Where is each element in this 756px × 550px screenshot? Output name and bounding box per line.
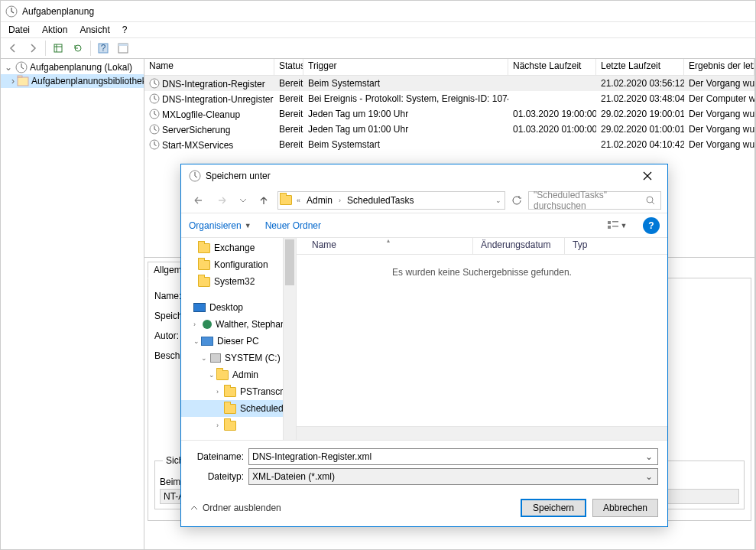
folder-tree[interactable]: Exchange Konfiguration System32 Desktop … <box>181 238 284 440</box>
search-input[interactable]: "ScheduledTasks" durchsuchen <box>528 191 661 210</box>
col-last[interactable]: Letzte Laufzeit <box>596 59 684 75</box>
task-row[interactable]: Start-MXServicesBereitBeim Systemstart21… <box>144 137 754 152</box>
file-headers[interactable]: Name Änderungsdatum Typ <box>297 238 667 255</box>
organize-button[interactable]: Organisieren ▼ <box>189 220 251 231</box>
file-area: Name Änderungsdatum Typ Es wurden keine … <box>297 238 667 440</box>
menu-help[interactable]: ? <box>118 23 132 37</box>
tree-library-label: Aufgabenplanungsbibliothek <box>31 76 144 86</box>
pane-button[interactable] <box>114 39 132 57</box>
command-row: Organisieren ▼ Neuer Ordner ▼ ? <box>181 213 667 238</box>
expand-icon[interactable]: › <box>11 76 15 86</box>
help-button[interactable]: ? <box>94 39 112 57</box>
scroll-right-button[interactable]: › <box>654 427 667 440</box>
window-title: Aufgabenplanung <box>22 6 94 17</box>
col-result[interactable]: Ergebnis der letzten <box>684 59 754 75</box>
forward-button[interactable] <box>212 190 233 211</box>
content-row: Exchange Konfiguration System32 Desktop … <box>181 238 667 440</box>
svg-rect-7 <box>18 77 28 86</box>
chevron-down-icon[interactable]: ⌄ <box>494 197 503 204</box>
breadcrumb-tasks[interactable]: ScheduledTasks <box>346 195 415 206</box>
console-tree[interactable]: ⌄ Aufgabenplanung (Lokal) › Aufgabenplan… <box>1 59 144 549</box>
folder-icon <box>224 387 236 397</box>
svg-rect-1 <box>54 44 62 52</box>
tree-more[interactable]: › <box>181 417 283 434</box>
scroll-left-button[interactable]: ‹ <box>297 427 310 440</box>
scroll-thumb[interactable] <box>285 239 294 285</box>
address-bar[interactable]: « Admin › ScheduledTasks ⌄ <box>277 191 505 210</box>
action-button[interactable] <box>49 39 67 57</box>
breadcrumb-admin[interactable]: Admin <box>305 195 334 206</box>
tree-thispc[interactable]: ⌄Dieser PC <box>181 333 283 350</box>
task-row[interactable]: MXLogfile-CleanupBereitJeden Tag um 19:0… <box>144 106 754 122</box>
filetype-label: Dateityp: <box>190 471 244 482</box>
svg-rect-8 <box>18 76 22 77</box>
tree-desktop[interactable]: Desktop <box>181 299 283 316</box>
svg-rect-19 <box>612 226 618 227</box>
titlebar: Aufgabenplanung <box>1 1 755 22</box>
recent-button[interactable] <box>236 190 250 211</box>
cancel-button[interactable]: Abbrechen <box>592 499 658 517</box>
back-button[interactable] <box>187 190 209 211</box>
save-button[interactable]: Speichern <box>521 499 586 517</box>
close-icon <box>643 171 652 181</box>
col-trigger[interactable]: Trigger <box>303 59 508 75</box>
clock-icon <box>15 61 28 73</box>
task-row[interactable]: DNS-Integration-RegisterBereitBeim Syste… <box>144 76 754 91</box>
tree-scrollbar[interactable] <box>284 238 297 440</box>
tree-library[interactable]: › Aufgabenplanungsbibliothek <box>1 74 144 88</box>
filecol-type[interactable]: Typ <box>564 238 610 254</box>
filecol-date[interactable]: Änderungsdatum <box>472 238 564 254</box>
tree-systemc[interactable]: ⌄SYSTEM (C:) <box>181 350 283 366</box>
tree-system32[interactable]: System32 <box>181 273 283 290</box>
up-button[interactable] <box>253 190 274 211</box>
empty-message: Es wurden keine Suchergebnisse gefunden.… <box>297 255 667 440</box>
hide-folders-button[interactable]: Ordner ausblenden <box>190 503 281 513</box>
folder-icon <box>198 260 210 270</box>
menu-view[interactable]: Ansicht <box>75 23 114 37</box>
view-button[interactable]: ▼ <box>605 216 629 235</box>
filetype-combo[interactable]: XML-Dateien (*.xml) <box>248 468 658 485</box>
desktop-icon <box>193 303 206 312</box>
drive-icon <box>210 353 221 363</box>
folder-icon <box>224 404 236 414</box>
save-as-dialog: Speichern unter « Admin › ScheduledTasks… <box>180 164 668 527</box>
forward-button[interactable] <box>24 39 42 57</box>
button-row: Ordner ausblenden Speichern Abbrechen <box>181 493 667 526</box>
tree-konfig[interactable]: Konfiguration <box>181 256 283 273</box>
dialog-title: Speichern unter <box>206 171 630 181</box>
task-row[interactable]: DNS-Integration-UnregisterBereitBei Erei… <box>144 91 754 106</box>
expand-icon[interactable]: ⌄ <box>4 62 13 73</box>
column-headers[interactable]: Name Status Trigger Nächste Laufzeit Let… <box>144 59 754 76</box>
refresh-button[interactable] <box>508 192 525 209</box>
col-status[interactable]: Status <box>274 59 303 75</box>
col-name[interactable]: Name <box>144 59 274 75</box>
task-row[interactable]: ServerSicherungBereitJeden Tag um 01:00 … <box>144 122 754 137</box>
tree-sched[interactable]: ScheduledTasks <box>181 400 283 417</box>
user-icon <box>203 320 212 329</box>
tree-admin[interactable]: ⌄Admin <box>181 366 283 383</box>
svg-point-15 <box>647 197 653 203</box>
filename-input[interactable] <box>248 448 658 465</box>
tree-user[interactable]: ›Walther, Stephan <box>181 316 283 333</box>
dialog-titlebar: Speichern unter <box>181 164 667 187</box>
col-next[interactable]: Nächste Laufzeit <box>508 59 596 75</box>
back-button[interactable] <box>4 39 22 57</box>
menu-file[interactable]: Datei <box>4 23 34 37</box>
svg-rect-5 <box>118 44 128 46</box>
folder-icon <box>198 243 210 253</box>
clock-icon <box>189 170 201 182</box>
tree-root[interactable]: ⌄ Aufgabenplanung (Lokal) <box>1 60 144 74</box>
refresh-button[interactable] <box>69 39 87 57</box>
tree-pst[interactable]: ›PSTranscripts <box>181 383 283 400</box>
breadcrumb-prefix[interactable]: « <box>295 197 302 204</box>
filecol-name[interactable]: Name <box>304 238 472 254</box>
help-button[interactable]: ? <box>643 217 660 234</box>
save-section: Dateiname: Dateityp: XML-Dateien (*.xml) <box>181 440 667 493</box>
svg-rect-16 <box>608 221 611 224</box>
nav-row: « Admin › ScheduledTasks ⌄ "ScheduledTas… <box>181 187 667 213</box>
close-button[interactable] <box>630 165 664 187</box>
chevron-up-icon <box>190 504 198 512</box>
new-folder-button[interactable]: Neuer Ordner <box>265 220 321 231</box>
tree-exchange[interactable]: Exchange <box>181 239 283 256</box>
menu-action[interactable]: Aktion <box>37 23 72 37</box>
